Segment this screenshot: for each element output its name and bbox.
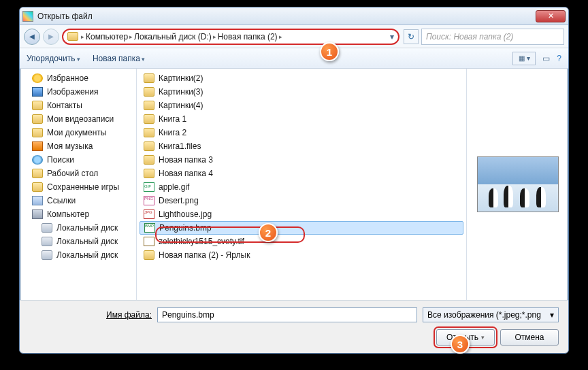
file-item[interactable]: zolothicky1515_cvety.tif: [137, 235, 466, 248]
file-icon: [144, 141, 154, 151]
toolbar: Упорядочить Новая папка ▦ ▾ ▭ ?: [20, 48, 568, 69]
tree-icon: [32, 73, 43, 83]
file-label: Новая папка (2) - Ярлык: [159, 250, 250, 260]
cancel-button[interactable]: Отмена: [500, 329, 559, 346]
file-icon: [144, 169, 154, 178]
sidebar-item[interactable]: Моя музыка: [20, 139, 136, 153]
tree-label: Рабочий стол: [47, 169, 98, 178]
file-icon: [144, 182, 154, 192]
file-label: Картинки(4): [159, 101, 203, 110]
breadcrumb-folder[interactable]: Новая папка (2): [218, 32, 278, 41]
tree-label: Локальный диск: [56, 250, 118, 260]
sidebar-item[interactable]: Мои видеозаписи: [20, 112, 136, 126]
sidebar-item[interactable]: Мои документы: [20, 126, 136, 139]
file-icon: [144, 114, 154, 124]
chevron-right-icon: ▸: [129, 33, 133, 40]
sidebar-item[interactable]: Контакты: [20, 99, 136, 112]
file-label: apple.gif: [159, 182, 189, 192]
sidebar-item[interactable]: Локальный диск: [20, 221, 136, 235]
file-icon: [144, 196, 154, 205]
file-item[interactable]: Desert.png: [137, 194, 466, 207]
organize-menu[interactable]: Упорядочить: [27, 54, 80, 63]
tree-label: Ссылки: [47, 196, 76, 205]
file-item[interactable]: Картинки(2): [137, 71, 466, 85]
file-item[interactable]: Новая папка (2) - Ярлык: [137, 248, 466, 262]
file-item[interactable]: Картинки(4): [137, 99, 466, 112]
app-icon: [22, 11, 33, 22]
folder-icon: [67, 32, 78, 41]
tree-label: Локальный диск: [56, 223, 118, 233]
sidebar-item[interactable]: Изображения: [20, 85, 136, 99]
file-label: Новая папка 4: [159, 169, 213, 178]
new-folder-button[interactable]: Новая папка: [93, 54, 145, 63]
preview-pane-button[interactable]: ▭: [542, 54, 550, 63]
filter-text: Все изображения (*.jpeg;*.png: [427, 310, 541, 320]
file-label: Книга1.files: [159, 141, 201, 151]
forward-button[interactable]: ►: [43, 29, 59, 45]
file-type-filter[interactable]: Все изображения (*.jpeg;*.png ▾: [423, 307, 559, 322]
sidebar-item[interactable]: Избранное: [20, 71, 136, 85]
file-item[interactable]: Картинки(3): [137, 85, 466, 99]
breadcrumb-computer[interactable]: Компьютер: [86, 32, 128, 41]
preview-thumbnail: [477, 156, 559, 212]
tree-label: Мои видеозаписи: [47, 114, 114, 124]
filename-input[interactable]: [157, 307, 417, 322]
search-placeholder: Поиск: Новая папка (2): [426, 32, 513, 41]
file-icon: [144, 128, 154, 137]
file-label: zolothicky1515_cvety.tif: [159, 237, 244, 246]
tree-label: Компьютер: [47, 209, 89, 219]
sidebar-item[interactable]: Локальный диск: [20, 235, 136, 248]
breadcrumb-disk[interactable]: Локальный диск (D:): [134, 32, 212, 41]
file-icon: [144, 223, 155, 233]
file-item[interactable]: apple.gif: [137, 180, 466, 194]
address-dropdown-icon[interactable]: ▾: [390, 32, 394, 41]
address-bar[interactable]: ▸ Компьютер ▸ Локальный диск (D:) ▸ Нова…: [62, 29, 399, 45]
tree-icon: [32, 209, 43, 219]
chevron-down-icon: ▾: [550, 310, 554, 320]
file-label: Книга 2: [159, 128, 186, 137]
file-item[interactable]: Книга 1: [137, 112, 466, 126]
close-button[interactable]: ✕: [536, 10, 566, 22]
tree-icon: [32, 155, 43, 165]
sidebar-item[interactable]: Рабочий стол: [20, 167, 136, 180]
tree-label: Моя музыка: [47, 141, 93, 151]
footer: Имя файла: Все изображения (*.jpeg;*.png…: [20, 300, 568, 354]
tree-icon: [32, 196, 43, 205]
sidebar-item[interactable]: Компьютер: [20, 207, 136, 221]
file-icon: [144, 237, 154, 246]
sidebar-item[interactable]: Ссылки: [20, 194, 136, 207]
view-mode-button[interactable]: ▦ ▾: [512, 52, 536, 65]
file-label: Картинки(2): [159, 73, 203, 83]
file-item[interactable]: Новая папка 3: [137, 153, 466, 167]
file-item[interactable]: Книга 2: [137, 126, 466, 139]
search-input[interactable]: Поиск: Новая папка (2): [421, 29, 564, 45]
file-list[interactable]: Картинки(2)Картинки(3)Картинки(4)Книга 1…: [137, 69, 466, 300]
content-area: ИзбранноеИзображенияКонтактыМои видеозап…: [20, 69, 568, 300]
filename-label: Имя файла:: [29, 310, 152, 320]
file-item[interactable]: Lighthouse.jpg: [137, 207, 466, 221]
sidebar-item[interactable]: Поиски: [20, 153, 136, 167]
chevron-right-icon: ▸: [213, 33, 216, 40]
split-chevron-icon: ▾: [481, 334, 485, 341]
open-file-dialog: Открыть файл ✕ ◄ ► ▸ Компьютер ▸ Локальн…: [19, 7, 569, 354]
tree-icon: [42, 223, 52, 233]
file-item[interactable]: Книга1.files: [137, 139, 466, 153]
help-button[interactable]: ?: [557, 54, 561, 63]
file-label: Новая папка 3: [159, 155, 213, 165]
file-icon: [144, 209, 154, 219]
navigation-tree[interactable]: ИзбранноеИзображенияКонтактыМои видеозап…: [20, 69, 137, 300]
chevron-right-icon: ▸: [279, 33, 282, 40]
sidebar-item[interactable]: Сохраненные игры: [20, 180, 136, 194]
back-button[interactable]: ◄: [24, 29, 40, 45]
window-title: Открыть файл: [37, 12, 536, 21]
refresh-button[interactable]: ↻: [404, 29, 419, 44]
file-item[interactable]: Penguins.bmp: [140, 221, 463, 235]
open-button[interactable]: Открыть ▾: [436, 329, 495, 346]
sidebar-item[interactable]: Локальный диск: [20, 248, 136, 262]
file-item[interactable]: Новая папка 4: [137, 167, 466, 180]
tree-label: Избранное: [47, 73, 88, 83]
preview-pane: [466, 69, 568, 300]
tree-label: Локальный диск: [56, 237, 118, 246]
file-icon: [144, 87, 154, 97]
tree-label: Мои документы: [47, 128, 106, 137]
